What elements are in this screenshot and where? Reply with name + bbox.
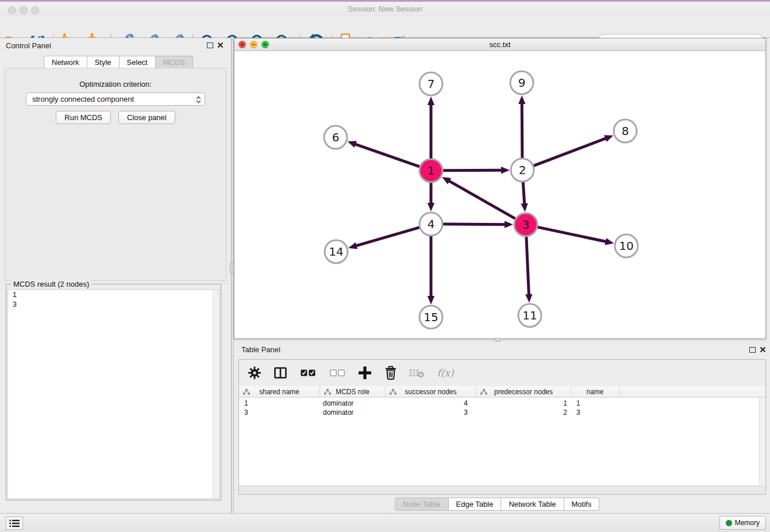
optimization-criterion-select[interactable]: strongly connected component — [26, 92, 205, 106]
cell-mcds-role: dominator — [320, 399, 386, 408]
function-builder-button[interactable]: f(x) — [434, 364, 457, 381]
mcds-result-list[interactable]: 1 3 — [7, 290, 220, 499]
cell-shared-name: 3 — [239, 408, 320, 417]
float-table-panel-icon[interactable] — [749, 347, 756, 353]
table-header-row: shared name MCDS role successor nodes pr… — [239, 386, 765, 398]
column-header-predecessor-nodes[interactable]: predecessor nodes — [476, 386, 571, 397]
zoom-window-button[interactable] — [31, 6, 39, 14]
cell-predecessor-nodes: 1 — [476, 399, 571, 408]
hierarchy-icon — [390, 389, 396, 395]
add-column-button[interactable] — [356, 364, 374, 381]
graph-edge-arrowhead — [518, 95, 525, 104]
delete-table-icon — [409, 368, 424, 378]
graph-node-label: 4 — [428, 217, 435, 231]
table-row[interactable]: 3 dominator 3 2 3 — [239, 408, 765, 417]
network-window-titlebar[interactable]: scc.txt — [234, 38, 765, 51]
delete-column-button[interactable] — [382, 364, 399, 381]
graph-edge-4-3[interactable] — [442, 224, 506, 225]
graph-edge-2-3[interactable] — [523, 182, 525, 205]
graph-node-label: 8 — [622, 124, 629, 138]
maximize-view-button[interactable] — [261, 41, 269, 48]
mcds-result-item: 1 — [8, 290, 219, 300]
optimization-criterion-label: Optimization criterion: — [5, 80, 226, 88]
close-table-panel-icon[interactable] — [760, 346, 766, 353]
network-window-controls[interactable] — [238, 41, 269, 48]
graph-node-label: 3 — [522, 218, 530, 232]
memory-label: Memory — [735, 519, 760, 527]
graph-edge-arrowhead — [348, 242, 357, 249]
show-columns-button[interactable] — [272, 364, 289, 381]
graph-edge-arrowhead — [428, 97, 434, 105]
result-scrollbar[interactable] — [213, 290, 219, 498]
column-header-name[interactable]: name — [571, 386, 619, 397]
app-titlebar: Session: New Session — [0, 2, 770, 16]
mcds-result-title: MCDS result (2 nodes) — [11, 280, 91, 288]
tab-mcds[interactable]: MCDS — [156, 56, 193, 69]
column-header-mcds-role[interactable]: MCDS role — [320, 386, 386, 397]
control-panel: Control Panel Network Style Select MCDS … — [0, 38, 231, 513]
tab-style[interactable]: Style — [87, 56, 120, 69]
run-mcds-button[interactable]: Run MCDS — [56, 111, 111, 124]
column-label: MCDS role — [336, 388, 369, 396]
graph-edge-2-9[interactable] — [522, 103, 522, 159]
maximize-glyph — [263, 43, 267, 47]
graph-edge-1-6[interactable] — [355, 144, 420, 167]
close-panel-button[interactable]: Close panel — [118, 111, 175, 124]
graph-edge-3-11[interactable] — [526, 236, 529, 295]
graph-node-label: 6 — [332, 130, 340, 144]
table-vertical-scrollbar[interactable] — [759, 398, 765, 485]
task-history-button[interactable] — [6, 516, 23, 530]
delete-table-button[interactable] — [408, 364, 425, 381]
graph-node-label: 1 — [428, 164, 435, 178]
network-canvas[interactable]: 7968124314101511 — [234, 51, 765, 338]
deselect-all-columns-button[interactable] — [327, 364, 348, 381]
table-tabs: Node Table Edge Table Network Table Moti… — [395, 498, 599, 511]
hierarchy-icon — [243, 389, 250, 395]
graph-edge-1-2[interactable] — [442, 170, 502, 171]
table-horizontal-scrollbar[interactable] — [239, 485, 765, 494]
column-header-shared-name[interactable]: shared name — [239, 386, 320, 397]
graph-edge-2-8[interactable] — [533, 138, 607, 165]
tab-network-table[interactable]: Network Table — [501, 498, 564, 511]
tab-network[interactable]: Network — [44, 56, 87, 69]
column-header-successor-nodes[interactable]: successor nodes — [386, 386, 476, 397]
graph-edge-3-10[interactable] — [537, 227, 607, 242]
table-panel-title: Table Panel — [241, 345, 280, 354]
plus-icon — [359, 367, 371, 379]
window-controls[interactable] — [8, 6, 39, 14]
cell-mcds-role: dominator — [320, 408, 386, 417]
graph-edge-arrowhead — [501, 167, 510, 174]
tab-node-table[interactable]: Node Table — [395, 498, 449, 511]
graph-edge-arrowhead — [428, 203, 434, 211]
select-all-columns-button[interactable] — [298, 364, 318, 381]
graph-edge-arrowhead — [604, 135, 613, 142]
table-divider-grip[interactable] — [495, 338, 500, 342]
graph-node-label: 9 — [518, 76, 526, 90]
graph-edge-4-14[interactable] — [356, 228, 420, 246]
float-panel-icon[interactable] — [207, 43, 213, 48]
close-window-button[interactable] — [8, 6, 16, 14]
graph-node-label: 15 — [424, 310, 438, 324]
column-header-filler — [619, 386, 765, 397]
trash-icon — [384, 366, 397, 380]
tab-select[interactable]: Select — [120, 56, 156, 69]
minimize-glyph — [252, 43, 256, 47]
gear-icon — [248, 367, 261, 379]
selected-criterion: strongly connected component — [32, 95, 134, 103]
cell-predecessor-nodes: 2 — [476, 408, 571, 417]
table-row[interactable]: 1 dominator 4 1 1 — [239, 399, 765, 408]
tab-motifs[interactable]: Motifs — [564, 498, 600, 511]
memory-button[interactable]: Memory — [719, 516, 766, 530]
table-settings-button[interactable] — [246, 364, 263, 381]
graph-node-label: 10 — [619, 239, 633, 253]
close-view-button[interactable] — [238, 41, 246, 48]
minimize-window-button[interactable] — [20, 6, 28, 14]
graph-edge-3-1[interactable] — [448, 180, 515, 219]
graph-edge-arrowhead — [525, 294, 532, 303]
graph-edge-arrowhead — [505, 221, 513, 228]
graph-node-label: 7 — [428, 77, 435, 91]
minimize-view-button[interactable] — [250, 41, 257, 48]
control-panel-title: Control Panel — [6, 41, 51, 50]
tab-edge-table[interactable]: Edge Table — [449, 498, 502, 511]
close-panel-icon[interactable] — [217, 42, 224, 48]
